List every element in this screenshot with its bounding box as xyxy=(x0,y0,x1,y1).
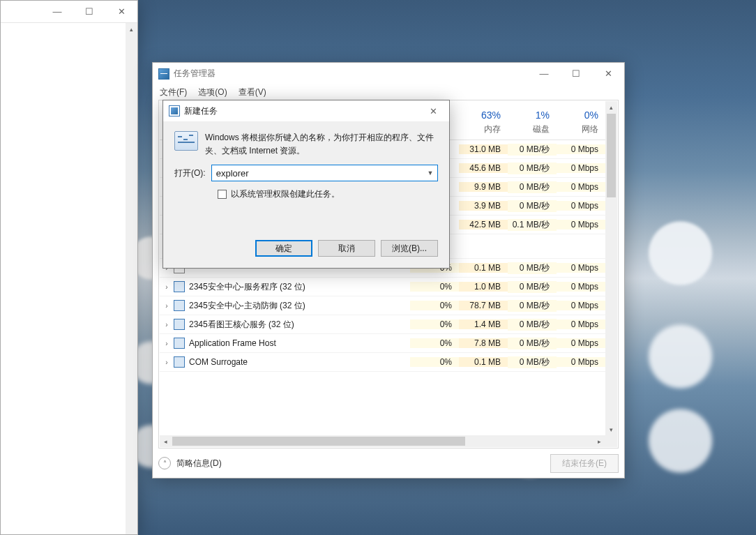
maximize-button[interactable]: ☐ xyxy=(73,1,105,22)
menu-file[interactable]: 文件(F) xyxy=(156,85,191,100)
table-row[interactable]: › COM Surrogate 0% 0.1 MB 0 MB/秒 0 Mbps xyxy=(160,353,605,372)
maximize-button[interactable]: ☐ xyxy=(560,63,592,84)
ok-button[interactable]: 确定 xyxy=(255,240,312,257)
scrollbar-vertical[interactable]: ▴ xyxy=(126,23,137,534)
admin-checkbox-label[interactable]: 以系统管理权限创建此任务。 xyxy=(231,188,340,200)
process-name: Application Frame Host xyxy=(189,338,410,348)
scrollbar-horizontal[interactable]: ◂ ▸ xyxy=(160,435,605,447)
chevron-up-icon[interactable]: ˄ xyxy=(158,457,171,469)
column-memory[interactable]: 63% 内存 xyxy=(459,101,508,140)
process-icon xyxy=(174,300,185,311)
close-button[interactable]: ✕ xyxy=(592,63,624,84)
run-dialog-icon xyxy=(174,131,198,151)
admin-checkbox[interactable] xyxy=(218,190,227,199)
scroll-thumb[interactable] xyxy=(172,437,465,446)
browse-button[interactable]: 浏览(B)... xyxy=(381,240,438,257)
open-input[interactable] xyxy=(211,165,438,181)
scroll-up-icon[interactable]: ▴ xyxy=(126,23,137,35)
task-manager-icon xyxy=(158,68,169,80)
minimize-button[interactable]: — xyxy=(41,1,73,22)
expand-icon[interactable]: › xyxy=(160,359,174,366)
open-label: 打开(O): xyxy=(174,167,206,179)
process-icon xyxy=(174,281,185,292)
table-row[interactable]: › Application Frame Host 0% 7.8 MB 0 MB/… xyxy=(160,334,605,353)
dialog-message: Windows 将根据你所键入的名称，为你打开相应的程序、文件夹、文档或 Int… xyxy=(205,131,438,158)
menubar: 文件(F) 选项(O) 查看(V) xyxy=(153,84,624,100)
expand-icon[interactable]: › xyxy=(160,340,174,347)
process-name: 2345看图王核心服务 (32 位) xyxy=(189,319,410,331)
table-row[interactable]: › 2345安全中心-服务程序 (32 位) 0% 1.0 MB 0 MB/秒 … xyxy=(160,278,605,296)
process-name: 2345安全中心-主动防御 (32 位) xyxy=(189,300,410,312)
column-disk[interactable]: 1% 磁盘 xyxy=(508,101,557,140)
menu-options[interactable]: 选项(O) xyxy=(194,85,231,100)
menu-view[interactable]: 查看(V) xyxy=(234,85,271,100)
run-icon xyxy=(169,105,180,116)
process-icon xyxy=(174,356,185,368)
close-button[interactable]: ✕ xyxy=(105,1,137,22)
scroll-thumb[interactable] xyxy=(607,114,616,197)
column-network[interactable]: 0% 网络 xyxy=(557,101,605,140)
close-button[interactable]: ✕ xyxy=(417,100,449,122)
cancel-button[interactable]: 取消 xyxy=(318,240,375,257)
table-row[interactable]: › 2345看图王核心服务 (32 位) 0% 1.4 MB 0 MB/秒 0 … xyxy=(160,315,605,334)
expand-icon[interactable]: › xyxy=(160,321,174,329)
chevron-down-icon[interactable]: ▼ xyxy=(423,165,437,181)
window-title: 任务管理器 xyxy=(174,68,216,80)
minimize-button[interactable]: — xyxy=(528,63,560,84)
scroll-right-icon[interactable]: ▸ xyxy=(594,435,605,447)
process-name: 2345安全中心-服务程序 (32 位) xyxy=(189,281,410,293)
end-task-button: 结束任务(E) xyxy=(550,454,619,473)
process-icon xyxy=(174,338,185,349)
scroll-left-icon[interactable]: ◂ xyxy=(160,435,172,447)
dialog-title: 新建任务 xyxy=(184,105,218,117)
scroll-down-icon[interactable]: ▾ xyxy=(605,423,617,435)
scroll-up-icon[interactable]: ▴ xyxy=(605,101,617,113)
scrollbar-vertical[interactable]: ▴ ▾ xyxy=(605,101,617,435)
process-name: COM Surrogate xyxy=(189,357,410,367)
expand-icon[interactable]: › xyxy=(160,302,174,310)
table-row[interactable]: › 2345安全中心-主动防御 (32 位) 0% 78.7 MB 0 MB/秒… xyxy=(160,296,605,315)
fewer-details-link[interactable]: 简略信息(D) xyxy=(176,458,222,469)
expand-icon[interactable]: › xyxy=(160,283,174,291)
new-task-dialog: 新建任务 ✕ Windows 将根据你所键入的名称，为你打开相应的程序、文件夹、… xyxy=(162,100,450,269)
background-window: — ☐ ✕ ▴ xyxy=(0,0,138,535)
process-icon xyxy=(174,319,185,330)
